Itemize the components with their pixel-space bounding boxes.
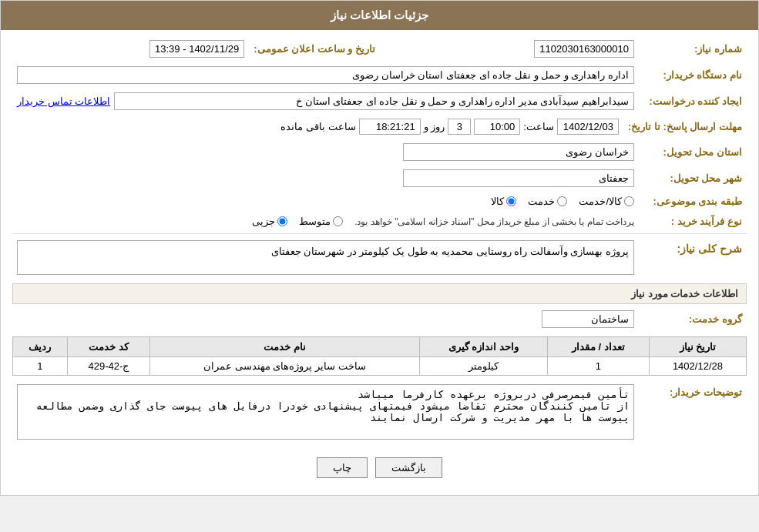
response-deadline-cell: 1402/12/03 ساعت: 10:00 3 روز و 18:21:21 … — [12, 116, 623, 137]
buyer-org-value: اداره راهداری و حمل و نقل جاده ای جعفتای… — [17, 66, 634, 84]
response-date-value: 1402/12/03 — [557, 119, 619, 135]
cell-code: ج-42-429 — [67, 357, 149, 376]
response-remaining-label: ساعت باقی مانده — [280, 121, 355, 132]
response-time-value: 10:00 — [474, 119, 520, 135]
service-group-label: گروه خدمت: — [639, 308, 747, 330]
cell-count: 1 — [547, 357, 649, 376]
col-row: ردیف — [13, 337, 68, 357]
buyer-desc-cell — [12, 382, 639, 444]
need-number-label: شماره نیاز: — [639, 38, 747, 60]
requester-link[interactable]: اطلاعات تماس خریدار — [17, 95, 110, 107]
info-table-purchase-type: نوع فرآیند خرید : پرداخت تمام یا بخشی از… — [12, 213, 747, 229]
cell-unit: کیلومتر — [419, 357, 547, 376]
col-count: تعداد / مقدار — [547, 337, 649, 357]
info-table-buyer-desc: توضیحات خریدار: — [12, 382, 747, 444]
button-row: بازگشت چاپ — [12, 448, 747, 487]
service-group-value: ساختمان — [542, 310, 634, 328]
response-remaining-value: 18:21:21 — [359, 119, 421, 135]
delivery-province-label: استان محل تحویل: — [639, 141, 747, 163]
divider-1 — [12, 233, 747, 234]
requester-cell: سیدابراهیم سیدآبادی مدیر اداره راهداری و… — [12, 90, 639, 112]
requester-value: سیدابراهیم سیدآبادی مدیر اداره راهداری و… — [114, 92, 634, 110]
purchase-note: پرداخت تمام یا بخشی از مبلغ خریداز محل "… — [354, 216, 634, 227]
classification-khadamat-label: خدمت — [528, 196, 555, 207]
delivery-city-cell: جعفتای — [12, 167, 639, 189]
requester-label: ایجاد کننده درخواست: — [639, 90, 747, 112]
cell-date: 1402/12/28 — [649, 357, 746, 376]
purchase-jozii-label: جزیی — [252, 216, 275, 227]
announce-datetime-label: تاریخ و ساعت اعلان عمومی: — [249, 38, 391, 60]
purchase-motavasset-label: متوسط — [299, 216, 331, 227]
response-days-label: روز و — [424, 121, 445, 132]
buyer-desc-textarea — [17, 384, 634, 440]
classification-label: طبقه بندی موضوعی: — [639, 193, 747, 209]
col-unit: واحد اندازه گیری — [419, 337, 547, 357]
content-area: شماره نیاز: 1102030163000010 تاریخ و ساع… — [1, 30, 758, 495]
response-deadline-label: مهلت ارسال پاسخ: تا تاریخ: — [623, 116, 747, 137]
delivery-city-label: شهر محل تحویل: — [639, 167, 747, 189]
radio-motavasset[interactable]: متوسط — [299, 216, 343, 227]
services-info-header: اطلاعات خدمات مورد نیاز — [12, 283, 747, 304]
delivery-city-value: جعفتای — [403, 169, 634, 187]
buyer-org-label: نام دستگاه خریدار: — [639, 64, 747, 86]
purchase-type-cell: پرداخت تمام یا بخشی از مبلغ خریداز محل "… — [12, 213, 639, 229]
announce-datetime-cell: 1402/11/29 - 13:39 — [12, 38, 249, 60]
need-description-cell: پروژه بهسازی وآسفالت راه روستایی محمدیه … — [12, 238, 639, 277]
page-container: جزئیات اطلاعات نیاز شماره نیاز: 11020301… — [0, 0, 759, 496]
buyer-desc-label: توضیحات خریدار: — [639, 382, 747, 444]
col-code: کد خدمت — [67, 337, 149, 357]
info-table-province: استان محل تحویل: خراسان رضوی — [12, 141, 747, 163]
info-table-top: شماره نیاز: 1102030163000010 تاریخ و ساع… — [12, 38, 747, 60]
radio-khadamat[interactable]: خدمت — [528, 196, 567, 207]
info-table-requester: ایجاد کننده درخواست: سیدابراهیم سیدآبادی… — [12, 90, 747, 112]
delivery-province-cell: خراسان رضوی — [12, 141, 639, 163]
radio-jozii[interactable]: جزیی — [252, 216, 287, 227]
response-time-label: ساعت: — [523, 121, 554, 132]
cell-row: 1 — [13, 357, 68, 376]
info-table-service-group: گروه خدمت: ساختمان — [12, 308, 747, 330]
need-description-label: شرح کلی نیاز: — [639, 238, 747, 277]
info-table-buyer: نام دستگاه خریدار: اداره راهداری و حمل و… — [12, 64, 747, 86]
cell-name: ساخت سایر پروژه‌های مهندسی عمران — [150, 357, 420, 376]
response-days-value: 3 — [448, 119, 471, 135]
table-row: 1402/12/28 1 کیلومتر ساخت سایر پروژه‌های… — [13, 357, 747, 376]
buyer-org-cell: اداره راهداری و حمل و نقل جاده ای جعفتای… — [12, 64, 639, 86]
back-button[interactable]: بازگشت — [375, 457, 442, 478]
need-number-cell: 1102030163000010 — [391, 38, 639, 60]
delivery-province-value: خراسان رضوی — [403, 143, 634, 161]
services-table: تاریخ نیاز تعداد / مقدار واحد اندازه گیر… — [12, 336, 747, 376]
classification-kala-label: کالا — [491, 196, 504, 207]
info-table-classification: طبقه بندی موضوعی: کالا/خدمت خدمت — [12, 193, 747, 209]
radio-kala-khadamat[interactable]: کالا/خدمت — [579, 196, 634, 207]
radio-kala[interactable]: کالا — [491, 196, 516, 207]
page-title: جزئیات اطلاعات نیاز — [331, 8, 428, 22]
page-header: جزئیات اطلاعات نیاز — [1, 1, 758, 30]
need-description-value: پروژه بهسازی وآسفالت راه روستایی محمدیه … — [271, 246, 629, 257]
info-table-need-desc: شرح کلی نیاز: پروژه بهسازی وآسفالت راه ر… — [12, 238, 747, 277]
announce-datetime-value: 1402/11/29 - 13:39 — [149, 40, 244, 58]
need-number-value: 1102030163000010 — [534, 40, 634, 58]
info-table-deadline: مهلت ارسال پاسخ: تا تاریخ: 1402/12/03 سا… — [12, 116, 747, 137]
classification-kala-khadamat-label: کالا/خدمت — [579, 196, 622, 207]
info-table-city: شهر محل تحویل: جعفتای — [12, 167, 747, 189]
classification-cell: کالا/خدمت خدمت کالا — [12, 193, 639, 209]
col-name: نام خدمت — [150, 337, 420, 357]
service-group-cell: ساختمان — [12, 308, 639, 330]
purchase-type-label: نوع فرآیند خرید : — [639, 213, 747, 229]
col-date: تاریخ نیاز — [649, 337, 746, 357]
print-button[interactable]: چاپ — [317, 457, 368, 478]
